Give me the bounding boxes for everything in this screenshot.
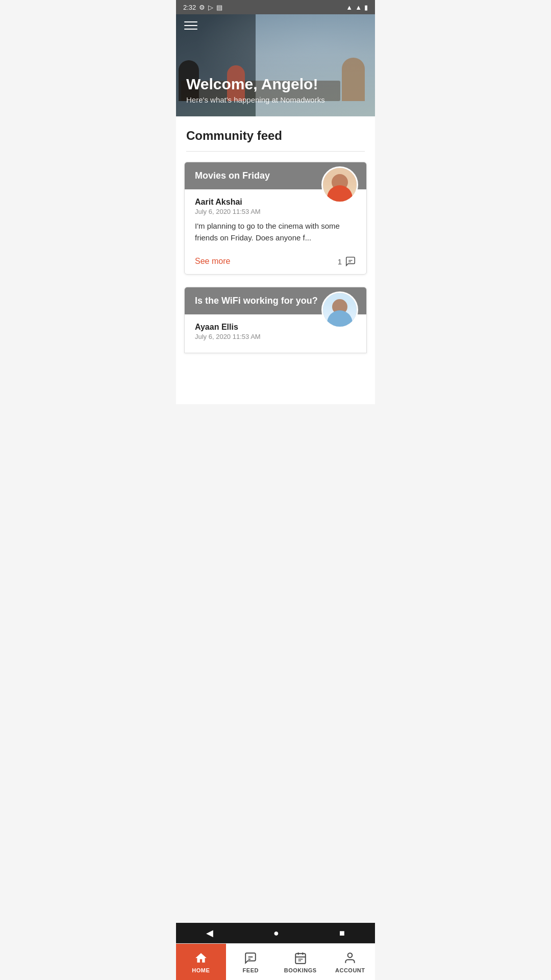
hero-text: Welcome, Angelo! Here's what's happening… — [186, 75, 325, 104]
time-display: 2:32 — [183, 4, 196, 11]
account-icon — [343, 951, 357, 965]
main-content: Community feed Movies on Friday Aarit Ak… — [176, 116, 375, 404]
card-header-2: Is the WiFi working for you? — [185, 287, 366, 314]
community-feed-title: Community feed — [176, 116, 375, 151]
settings-icon: ⚙ — [199, 4, 205, 11]
comment-icon-1 — [345, 256, 356, 267]
nav-bookings[interactable]: BOOKINGS — [276, 944, 325, 980]
post-date-1: July 6, 2020 11:53 AM — [195, 208, 356, 215]
sim-icon: ▤ — [216, 4, 222, 11]
hero-person3 — [342, 58, 365, 101]
post-content-1: I'm planning to go to the cinema with so… — [195, 220, 356, 243]
feed-card-2[interactable]: Is the WiFi working for you? Ayaan Ellis… — [184, 287, 367, 353]
status-bar-left: 2:32 ⚙ ▷ ▤ — [183, 4, 222, 11]
nav-bookings-label: BOOKINGS — [284, 967, 317, 973]
svg-rect-4 — [295, 953, 306, 964]
bookings-icon — [293, 951, 308, 965]
svg-point-10 — [348, 953, 353, 958]
card-header-1: Movies on Friday — [185, 162, 366, 189]
avatar-image-aarit — [323, 168, 357, 202]
hamburger-menu[interactable] — [184, 21, 197, 30]
hero-section: Welcome, Angelo! Here's what's happening… — [176, 14, 375, 116]
back-button[interactable]: ◀ — [206, 927, 213, 939]
feed-list: Movies on Friday Aarit Akshai July 6, 20… — [176, 152, 375, 363]
comment-count-1[interactable]: 1 — [338, 256, 356, 267]
feed-icon — [243, 951, 258, 965]
avatar-aarit — [321, 166, 358, 203]
nav-home-label: HOME — [192, 967, 210, 973]
home-icon — [194, 951, 208, 965]
home-button[interactable]: ● — [273, 928, 279, 939]
feed-card-1[interactable]: Movies on Friday Aarit Akshai July 6, 20… — [184, 162, 367, 275]
battery-icon: ▮ — [364, 4, 368, 11]
nav-account[interactable]: ACCOUNT — [325, 944, 375, 980]
comment-number-1: 1 — [338, 257, 342, 266]
nav-feed[interactable]: FEED — [226, 944, 276, 980]
recent-button[interactable]: ■ — [339, 928, 345, 939]
card-footer-1: See more 1 — [185, 256, 366, 274]
hero-subtitle: Here's what's happening at Nomadworks — [186, 95, 325, 104]
nav-account-label: ACCOUNT — [335, 967, 365, 973]
post-date-2: July 6, 2020 11:53 AM — [195, 333, 356, 340]
avatar-ayaan — [321, 291, 358, 328]
system-nav: ◀ ● ■ — [176, 923, 375, 943]
play-icon: ▷ — [208, 4, 213, 11]
see-more-1[interactable]: See more — [195, 257, 230, 266]
nav-home[interactable]: HOME — [176, 944, 226, 980]
status-bar-right: ▲ ▲ ▮ — [346, 4, 368, 11]
bottom-nav: HOME FEED BOOKINGS — [176, 943, 375, 980]
nav-feed-label: FEED — [243, 967, 259, 973]
wifi-icon: ▲ — [346, 4, 353, 11]
hero-greeting: Welcome, Angelo! — [186, 75, 325, 93]
status-bar: 2:32 ⚙ ▷ ▤ ▲ ▲ ▮ — [176, 0, 375, 14]
signal-icon: ▲ — [355, 4, 362, 11]
avatar-image-ayaan — [323, 293, 357, 327]
